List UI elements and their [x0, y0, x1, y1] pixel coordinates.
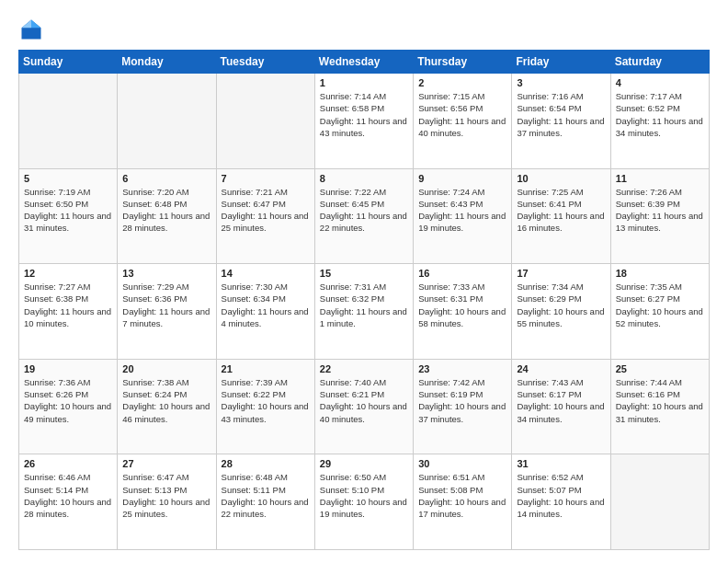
day-info: Sunrise: 7:43 AM Sunset: 6:17 PM Dayligh…	[517, 376, 605, 425]
day-info: Sunrise: 7:22 AM Sunset: 6:45 PM Dayligh…	[320, 186, 408, 235]
day-info: Sunrise: 7:17 AM Sunset: 6:52 PM Dayligh…	[616, 90, 704, 139]
day-info: Sunrise: 6:50 AM Sunset: 5:10 PM Dayligh…	[320, 471, 408, 520]
day-info: Sunrise: 7:35 AM Sunset: 6:27 PM Dayligh…	[616, 281, 704, 329]
day-number: 10	[517, 173, 605, 184]
week-row-0: 1Sunrise: 7:14 AM Sunset: 6:58 PM Daylig…	[19, 74, 710, 169]
svg-marker-2	[22, 20, 32, 29]
day-number: 3	[517, 77, 605, 88]
day-number: 21	[222, 363, 310, 374]
day-info: Sunrise: 7:19 AM Sunset: 6:50 PM Dayligh…	[24, 186, 112, 235]
day-cell: 10Sunrise: 7:25 AM Sunset: 6:41 PM Dayli…	[512, 168, 610, 264]
day-info: Sunrise: 7:27 AM Sunset: 6:38 PM Dayligh…	[24, 281, 112, 329]
day-number: 12	[24, 268, 112, 279]
day-info: Sunrise: 7:31 AM Sunset: 6:32 PM Dayligh…	[320, 281, 408, 329]
day-info: Sunrise: 6:51 AM Sunset: 5:08 PM Dayligh…	[418, 471, 506, 520]
day-cell: 21Sunrise: 7:39 AM Sunset: 6:22 PM Dayli…	[216, 359, 314, 454]
day-info: Sunrise: 7:25 AM Sunset: 6:41 PM Dayligh…	[517, 186, 605, 235]
day-number: 20	[122, 363, 210, 374]
logo-icon	[18, 17, 44, 42]
day-cell	[216, 74, 314, 169]
day-info: Sunrise: 6:48 AM Sunset: 5:11 PM Dayligh…	[222, 471, 310, 520]
day-cell: 17Sunrise: 7:34 AM Sunset: 6:29 PM Dayli…	[512, 264, 610, 360]
day-cell: 19Sunrise: 7:36 AM Sunset: 6:26 PM Dayli…	[19, 359, 118, 454]
day-cell: 2Sunrise: 7:15 AM Sunset: 6:56 PM Daylig…	[414, 74, 512, 169]
week-row-4: 26Sunrise: 6:46 AM Sunset: 5:14 PM Dayli…	[19, 454, 710, 550]
day-cell	[610, 454, 709, 550]
day-cell: 29Sunrise: 6:50 AM Sunset: 5:10 PM Dayli…	[314, 454, 413, 550]
day-cell: 24Sunrise: 7:43 AM Sunset: 6:17 PM Dayli…	[512, 359, 610, 454]
day-info: Sunrise: 7:16 AM Sunset: 6:54 PM Dayligh…	[517, 90, 605, 139]
day-number: 7	[222, 173, 310, 184]
day-number: 11	[616, 173, 704, 184]
day-number: 1	[320, 77, 408, 88]
day-number: 16	[418, 268, 506, 279]
day-cell: 20Sunrise: 7:38 AM Sunset: 6:24 PM Dayli…	[118, 359, 216, 454]
day-number: 26	[24, 458, 112, 469]
day-number: 4	[616, 77, 704, 88]
day-number: 30	[418, 458, 506, 469]
day-number: 8	[320, 173, 408, 184]
day-number: 29	[320, 458, 408, 469]
day-cell: 28Sunrise: 6:48 AM Sunset: 5:11 PM Dayli…	[216, 454, 314, 550]
day-number: 9	[418, 173, 506, 184]
day-cell: 18Sunrise: 7:35 AM Sunset: 6:27 PM Dayli…	[610, 264, 709, 360]
day-info: Sunrise: 7:30 AM Sunset: 6:34 PM Dayligh…	[222, 281, 310, 329]
day-info: Sunrise: 7:26 AM Sunset: 6:39 PM Dayligh…	[616, 186, 704, 235]
day-cell: 26Sunrise: 6:46 AM Sunset: 5:14 PM Dayli…	[19, 454, 118, 550]
day-number: 13	[122, 268, 210, 279]
day-cell: 23Sunrise: 7:42 AM Sunset: 6:19 PM Dayli…	[414, 359, 512, 454]
day-cell: 25Sunrise: 7:44 AM Sunset: 6:16 PM Dayli…	[610, 359, 709, 454]
day-info: Sunrise: 7:14 AM Sunset: 6:58 PM Dayligh…	[320, 90, 408, 139]
day-info: Sunrise: 7:44 AM Sunset: 6:16 PM Dayligh…	[616, 376, 704, 425]
day-cell: 1Sunrise: 7:14 AM Sunset: 6:58 PM Daylig…	[314, 74, 413, 169]
day-cell: 3Sunrise: 7:16 AM Sunset: 6:54 PM Daylig…	[512, 74, 610, 169]
weekday-sunday: Sunday	[19, 51, 118, 74]
week-row-2: 12Sunrise: 7:27 AM Sunset: 6:38 PM Dayli…	[19, 264, 710, 360]
day-cell	[19, 74, 118, 169]
day-cell: 31Sunrise: 6:52 AM Sunset: 5:07 PM Dayli…	[512, 454, 610, 550]
day-info: Sunrise: 7:40 AM Sunset: 6:21 PM Dayligh…	[320, 376, 408, 425]
day-cell: 30Sunrise: 6:51 AM Sunset: 5:08 PM Dayli…	[414, 454, 512, 550]
day-info: Sunrise: 7:36 AM Sunset: 6:26 PM Dayligh…	[24, 376, 112, 425]
day-cell: 11Sunrise: 7:26 AM Sunset: 6:39 PM Dayli…	[610, 168, 709, 264]
logo	[18, 17, 48, 42]
day-cell: 9Sunrise: 7:24 AM Sunset: 6:43 PM Daylig…	[414, 168, 512, 264]
day-number: 17	[517, 268, 605, 279]
day-number: 23	[418, 363, 506, 374]
day-info: Sunrise: 6:46 AM Sunset: 5:14 PM Dayligh…	[24, 471, 112, 520]
day-number: 31	[517, 458, 605, 469]
svg-marker-1	[31, 20, 41, 29]
day-info: Sunrise: 7:20 AM Sunset: 6:48 PM Dayligh…	[122, 186, 210, 235]
day-info: Sunrise: 6:52 AM Sunset: 5:07 PM Dayligh…	[517, 471, 605, 520]
weekday-tuesday: Tuesday	[216, 51, 314, 74]
week-row-1: 5Sunrise: 7:19 AM Sunset: 6:50 PM Daylig…	[19, 168, 710, 264]
weekday-monday: Monday	[118, 51, 216, 74]
day-info: Sunrise: 6:47 AM Sunset: 5:13 PM Dayligh…	[122, 471, 210, 520]
day-cell: 22Sunrise: 7:40 AM Sunset: 6:21 PM Dayli…	[314, 359, 413, 454]
header	[18, 17, 710, 42]
day-number: 2	[418, 77, 506, 88]
day-cell: 15Sunrise: 7:31 AM Sunset: 6:32 PM Dayli…	[314, 264, 413, 360]
calendar-table: SundayMondayTuesdayWednesdayThursdayFrid…	[18, 50, 710, 550]
day-cell: 16Sunrise: 7:33 AM Sunset: 6:31 PM Dayli…	[414, 264, 512, 360]
day-info: Sunrise: 7:42 AM Sunset: 6:19 PM Dayligh…	[418, 376, 506, 425]
day-info: Sunrise: 7:29 AM Sunset: 6:36 PM Dayligh…	[122, 281, 210, 329]
day-number: 6	[122, 173, 210, 184]
day-cell: 27Sunrise: 6:47 AM Sunset: 5:13 PM Dayli…	[118, 454, 216, 550]
day-info: Sunrise: 7:33 AM Sunset: 6:31 PM Dayligh…	[418, 281, 506, 329]
day-info: Sunrise: 7:34 AM Sunset: 6:29 PM Dayligh…	[517, 281, 605, 329]
day-info: Sunrise: 7:15 AM Sunset: 6:56 PM Dayligh…	[418, 90, 506, 139]
weekday-header-row: SundayMondayTuesdayWednesdayThursdayFrid…	[19, 51, 710, 74]
day-cell	[118, 74, 216, 169]
day-number: 15	[320, 268, 408, 279]
day-info: Sunrise: 7:39 AM Sunset: 6:22 PM Dayligh…	[222, 376, 310, 425]
day-info: Sunrise: 7:24 AM Sunset: 6:43 PM Dayligh…	[418, 186, 506, 235]
day-cell: 4Sunrise: 7:17 AM Sunset: 6:52 PM Daylig…	[610, 74, 709, 169]
day-number: 14	[222, 268, 310, 279]
day-cell: 12Sunrise: 7:27 AM Sunset: 6:38 PM Dayli…	[19, 264, 118, 360]
day-cell: 5Sunrise: 7:19 AM Sunset: 6:50 PM Daylig…	[19, 168, 118, 264]
day-number: 24	[517, 363, 605, 374]
day-cell: 13Sunrise: 7:29 AM Sunset: 6:36 PM Dayli…	[118, 264, 216, 360]
week-row-3: 19Sunrise: 7:36 AM Sunset: 6:26 PM Dayli…	[19, 359, 710, 454]
day-cell: 8Sunrise: 7:22 AM Sunset: 6:45 PM Daylig…	[314, 168, 413, 264]
